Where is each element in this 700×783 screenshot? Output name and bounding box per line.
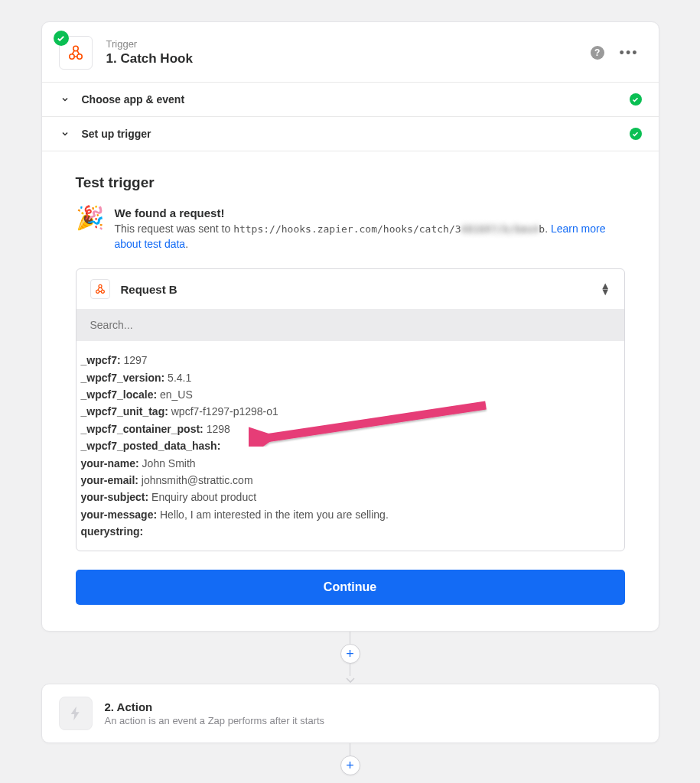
request-selector[interactable]: Request B ▲▼ — [77, 269, 624, 309]
section-complete-icon — [630, 128, 642, 140]
connector-line — [350, 664, 350, 676]
field-key: your-email: — [81, 474, 138, 486]
field-row: _wpcf7_locale: en_US — [81, 386, 617, 403]
arrow-down-icon — [346, 676, 355, 684]
svg-point-0 — [69, 54, 73, 59]
found-suffix1: . — [545, 223, 551, 235]
party-popper-icon: 🎉 — [76, 206, 104, 252]
test-trigger-panel: Test trigger 🎉 We found a request! This … — [42, 151, 659, 631]
field-value: John Smith — [139, 457, 196, 469]
field-row: your-message: Hello, I am interested in … — [81, 506, 617, 523]
chevron-down-icon — [59, 128, 71, 140]
request-found-banner: 🎉 We found a request! This request was s… — [76, 206, 625, 252]
field-key: your-name: — [81, 457, 139, 469]
add-step-button[interactable]: + — [340, 755, 360, 775]
field-row: your-name: John Smith — [81, 455, 617, 472]
field-key: _wpcf7_unit_tag: — [81, 405, 168, 417]
hook-url-visible: https://hooks.zapier.com/hooks/catch/3 — [233, 223, 461, 235]
field-value: 1297 — [121, 354, 148, 366]
section-choose-app-event[interactable]: Choose app & event — [42, 82, 659, 116]
section-complete-icon — [630, 93, 642, 106]
help-icon[interactable]: ? — [591, 46, 604, 60]
sort-updown-icon: ▲▼ — [601, 283, 610, 295]
connector: + — [0, 632, 700, 684]
section-label: Set up trigger — [82, 128, 630, 140]
field-key: your-subject: — [81, 491, 149, 503]
field-value: johnsmith@strattic.com — [138, 474, 253, 486]
connector-line — [350, 743, 350, 755]
field-key: _wpcf7: — [81, 354, 121, 366]
check-badge — [54, 31, 69, 46]
bolt-icon — [67, 705, 84, 722]
trigger-card: Trigger 1. Catch Hook ? ••• Choose app &… — [41, 21, 659, 632]
continue-button[interactable]: Continue — [76, 570, 625, 605]
action-placeholder-icon — [59, 697, 93, 730]
trigger-title: 1. Catch Hook — [106, 50, 591, 67]
svg-point-2 — [73, 46, 77, 50]
field-row: your-email: johnsmith@strattic.com — [81, 472, 617, 489]
field-key: _wpcf7_posted_data_hash: — [81, 440, 221, 452]
more-menu-icon[interactable]: ••• — [617, 45, 642, 61]
section-set-up-trigger[interactable]: Set up trigger — [42, 116, 659, 151]
svg-point-4 — [101, 291, 104, 294]
check-icon — [57, 34, 65, 43]
svg-point-1 — [77, 54, 81, 59]
connector-line — [350, 632, 350, 644]
trigger-subtitle: Trigger — [106, 38, 591, 50]
request-name: Request B — [121, 283, 590, 296]
found-title: We found a request! — [115, 206, 625, 219]
request-fields: _wpcf7: 1297_wpcf7_version: 5.4.1_wpcf7_… — [77, 341, 624, 551]
field-value: Enquiry about product — [148, 491, 256, 503]
webhook-icon-small — [90, 279, 110, 299]
found-suffix2: . — [185, 238, 188, 250]
field-value: 1298 — [203, 423, 230, 435]
field-row: _wpcf7_posted_data_hash: — [81, 437, 617, 454]
field-value: 5.4.1 — [164, 372, 191, 384]
app-icon — [59, 36, 93, 70]
field-row: _wpcf7_container_post: 1298 — [81, 421, 617, 437]
field-key: _wpcf7_locale: — [81, 388, 158, 401]
add-step-button[interactable]: + — [340, 644, 360, 664]
found-description: This request was sent to https://hooks.z… — [115, 222, 625, 252]
field-row: _wpcf7: 1297 — [81, 352, 617, 369]
connector: + — [0, 743, 700, 775]
chevron-down-icon — [59, 93, 71, 106]
action-card[interactable]: 2. Action An action is an event a Zap pe… — [41, 684, 659, 743]
hook-url-redacted: 481607/b/bmo4 — [461, 223, 539, 235]
field-row: _wpcf7_unit_tag: wpcf7-f1297-p1298-o1 — [81, 403, 617, 420]
field-value: wpcf7-f1297-p1298-o1 — [168, 405, 278, 417]
field-key: querystring: — [81, 525, 144, 538]
field-row: querystring: — [81, 523, 617, 540]
hook-url-visible: b — [539, 223, 545, 235]
webhook-icon — [67, 44, 85, 62]
svg-point-3 — [96, 291, 99, 294]
field-key: your-message: — [81, 508, 158, 521]
field-key: _wpcf7_version: — [81, 372, 165, 384]
field-row: _wpcf7_version: 5.4.1 — [81, 369, 617, 386]
found-prefix: This request was sent to — [115, 223, 234, 235]
section-label: Choose app & event — [82, 93, 630, 106]
request-sample-box: Request B ▲▼ _wpcf7: 1297_wpcf7_version:… — [76, 268, 625, 551]
trigger-header: Trigger 1. Catch Hook ? ••• — [42, 22, 659, 82]
search-bar[interactable] — [77, 309, 624, 341]
test-trigger-title: Test trigger — [76, 174, 625, 191]
action-subtitle: An action is an event a Zap performs aft… — [105, 715, 325, 726]
field-value: en_US — [157, 388, 193, 401]
field-row: your-subject: Enquiry about product — [81, 489, 617, 505]
field-key: _wpcf7_container_post: — [81, 423, 203, 435]
svg-point-5 — [99, 285, 102, 288]
action-title: 2. Action — [105, 700, 325, 713]
search-input[interactable] — [90, 319, 610, 331]
field-value: Hello, I am interested in the item you a… — [157, 508, 389, 521]
